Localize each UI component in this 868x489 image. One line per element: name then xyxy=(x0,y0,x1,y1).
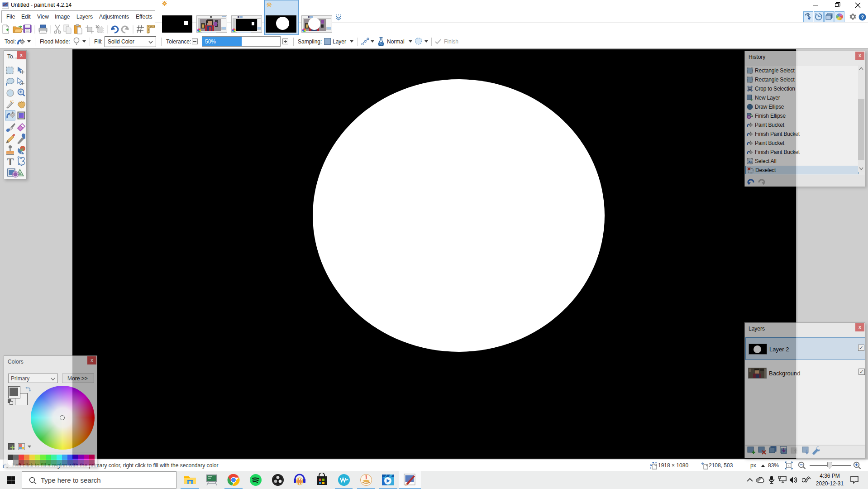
svg-text:?: ? xyxy=(861,14,864,20)
svg-text:T: T xyxy=(7,156,14,168)
